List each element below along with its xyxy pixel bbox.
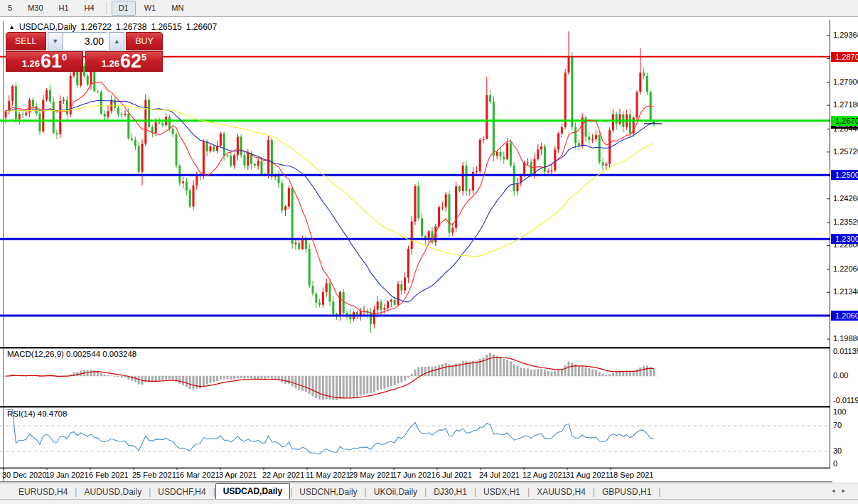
price-tick-label: 1.19880 (833, 334, 858, 343)
collapse-panel-icon[interactable]: ▲ (9, 23, 15, 31)
chart-tab-usdcad[interactable]: USDCAD,Daily (215, 483, 290, 500)
level-price-badge: 1.25003 (831, 170, 858, 180)
level-price-badge: 1.26700 (831, 116, 858, 126)
volume-increase-button[interactable]: ▲ (109, 32, 124, 50)
period-button-5[interactable]: 5 (1, 1, 19, 16)
tab-scroll-left-icon: ◂ (832, 487, 842, 494)
date-tick-label: 16 Mar 2021 (176, 471, 220, 479)
level-price-badge: 1.23003 (831, 234, 858, 244)
macd-tick-label: 0.00 (833, 371, 848, 380)
date-tick-label: 19 Jan 2021 (45, 471, 89, 479)
tab-separator: | (658, 487, 660, 500)
sell-button[interactable]: SELL (6, 32, 46, 50)
chart-tab-usdx[interactable]: USDX,H1 (476, 485, 527, 500)
rsi-indicator-label: RSI(14) 49.4708 (7, 409, 67, 418)
symbol-period-label: USDCAD,Daily (19, 22, 77, 32)
buy-button[interactable]: BUY (126, 32, 163, 50)
buy-price-quote[interactable]: 1.26 62 5 (85, 51, 163, 72)
date-tick-label: 24 Jul 2021 (479, 471, 520, 479)
date-tick-label: 30 Dec 2020 (2, 471, 46, 479)
mt4-window: 5M30H1H4D1W1MN ▲USDCAD,Daily1.267221.267… (0, 0, 858, 504)
chart-tab-dj30[interactable]: DJ30,H1 (427, 485, 474, 500)
sell-price-quote[interactable]: 1.26 61 0 (6, 51, 83, 72)
date-tick-label: 25 Feb 2021 (132, 471, 176, 479)
one-click-trading-panel: SELL ▼ 3.00 ▲ BUY 1.26 61 0 1.26 62 5 (6, 32, 163, 72)
price-tick-label: 1.21340 (833, 287, 858, 296)
macd-indicator-label: MACD(12,26,9) 0.002544 0.003248 (7, 350, 136, 358)
price-tick-label: 1.29360 (833, 31, 858, 39)
volume-input[interactable]: 3.00 (63, 32, 107, 50)
period-toolbar: 5M30H1H4D1W1MN (0, 0, 858, 17)
period-button-mn[interactable]: MN (164, 1, 191, 16)
chart-tab-usdcnh[interactable]: USDCNH,Daily (292, 485, 364, 500)
date-tick-label: 6 Feb 2021 (89, 471, 129, 479)
rsi-tick-label: 70 (833, 421, 842, 429)
date-tick-label: 3 Apr 2021 (219, 471, 257, 479)
status-bar (0, 499, 858, 504)
date-tick-label: 18 Sep 2021 (609, 471, 653, 479)
price-tick-label: 1.25720 (833, 147, 858, 156)
close-value: 1.26607 (186, 22, 217, 32)
open-value: 1.26722 (81, 22, 112, 32)
price-tick-label: 1.27180 (833, 100, 858, 109)
date-tick-label: 6 Jul 2021 (436, 471, 472, 479)
rsi-tick-label: 100 (833, 407, 846, 416)
date-tick-label: 17 Jun 2021 (392, 471, 436, 479)
chart-title: ▲USDCAD,Daily1.267221.267381.265151.2660… (9, 22, 217, 32)
chart-tab-ukoil[interactable]: UKOil,Daily (367, 485, 424, 500)
date-tick-label: 11 May 2021 (306, 471, 350, 479)
price-tick-label: 1.27900 (833, 77, 858, 86)
macd-tick-label: -0.01190 (833, 396, 858, 404)
period-button-h1[interactable]: H1 (52, 1, 76, 16)
period-button-m30[interactable]: M30 (21, 1, 50, 16)
period-button-w1[interactable]: W1 (137, 1, 163, 16)
chart-tab-gbpusd[interactable]: GBPUSD,H1 (595, 485, 658, 500)
date-tick-label: 22 Apr 2021 (262, 471, 304, 479)
period-button-d1[interactable]: D1 (112, 1, 136, 16)
chart-tab-xauusd[interactable]: XAUUSD,H4 (530, 485, 593, 500)
level-price-badge: 1.28700 (831, 52, 858, 62)
chart-tab-audusd[interactable]: AUDUSD,Daily (77, 485, 149, 500)
rsi-tick-label: 30 (833, 446, 842, 455)
chart-tab-usdchf[interactable]: USDCHF,H4 (151, 485, 213, 500)
date-tick-label: 31 Aug 2021 (566, 471, 610, 479)
low-value: 1.26515 (151, 22, 181, 32)
price-tick-label: 1.23520 (833, 218, 858, 226)
chart-tab-bar: EURUSD,H4|AUDUSD,Daily|USDCHF,H4|USDCAD,… (0, 483, 858, 500)
volume-decrease-button[interactable]: ▼ (48, 32, 63, 50)
rsi-tick-label: 0 (833, 459, 837, 468)
level-price-badge: 1.20609 (831, 311, 858, 321)
date-tick-label: 12 Aug 2021 (522, 471, 567, 479)
chart-window (0, 17, 858, 482)
chart-tab-eurusd[interactable]: EURUSD,H4 (11, 485, 75, 500)
price-tick-label: 1.24260 (833, 194, 858, 203)
tab-scroll-arrows[interactable]: ◂▸ (832, 487, 852, 494)
high-value: 1.26738 (116, 22, 146, 32)
price-tick-label: 1.22060 (833, 264, 858, 273)
period-button-h4[interactable]: H4 (77, 1, 102, 16)
macd-tick-label: 0.01135 (833, 347, 858, 355)
date-tick-label: 29 May 2021 (349, 471, 395, 479)
tab-scroll-right-icon: ▸ (842, 487, 852, 494)
toolbar-separator (106, 3, 107, 14)
